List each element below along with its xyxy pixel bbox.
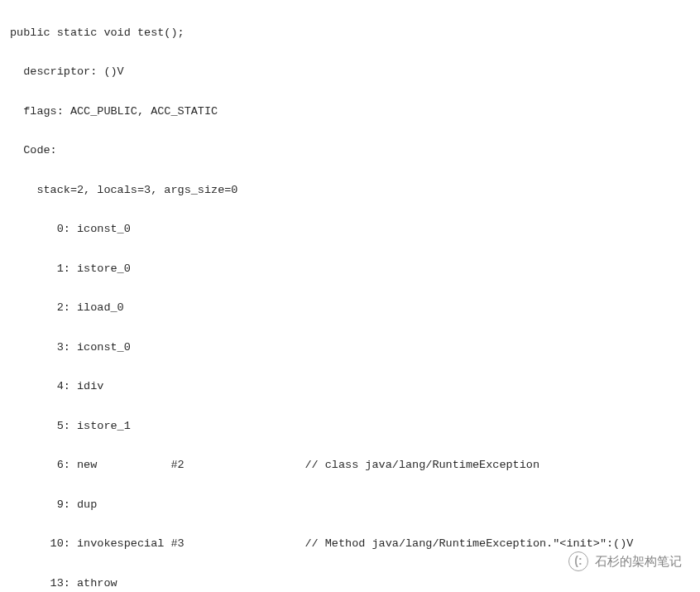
watermark: (: 石杉的架构笔记 xyxy=(568,551,682,572)
instruction: 2: iload_0 xyxy=(10,298,700,318)
stack-line: stack=2, locals=3, args_size=0 xyxy=(10,180,700,200)
instruction: 4: idiv xyxy=(10,377,700,397)
instruction: 6: new #2 // class java/lang/RuntimeExce… xyxy=(10,455,700,475)
flags-line: flags: ACC_PUBLIC, ACC_STATIC xyxy=(10,102,700,122)
instruction: 3: iconst_0 xyxy=(10,338,700,358)
instruction: 13: athrow xyxy=(10,574,700,592)
instruction: 0: iconst_0 xyxy=(10,219,700,239)
instruction: 5: istore_1 xyxy=(10,416,700,436)
code-label: Code: xyxy=(10,141,700,161)
descriptor-line: descriptor: ()V xyxy=(10,62,700,82)
bytecode-listing: public static void test(); descriptor: (… xyxy=(0,0,700,592)
method-signature: public static void test(); xyxy=(10,23,700,43)
wechat-icon: (: xyxy=(568,551,588,571)
watermark-text: 石杉的架构笔记 xyxy=(595,551,682,572)
wechat-icon-glyph: (: xyxy=(574,551,582,571)
instruction: 1: istore_0 xyxy=(10,259,700,279)
instruction: 9: dup xyxy=(10,495,700,515)
